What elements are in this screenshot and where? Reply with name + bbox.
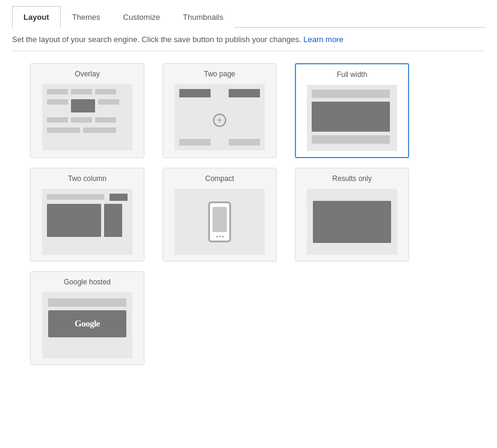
- layout-label-two-page: Two page: [204, 70, 235, 78]
- description-text: Set the layout of your search engine. Cl…: [12, 34, 485, 46]
- layout-card-results-only[interactable]: Results only: [295, 168, 409, 262]
- tab-bar: Layout Themes Customize Thumbnails: [12, 6, 485, 28]
- layout-label-google-hosted: Google hosted: [64, 278, 111, 286]
- tab-themes[interactable]: Themes: [61, 6, 112, 28]
- page-wrapper: Layout Themes Customize Thumbnails Set t…: [0, 0, 497, 377]
- tab-thumbnails[interactable]: Thumbnails: [171, 6, 235, 28]
- phone-icon: [208, 201, 231, 242]
- layout-grid: Overlay: [12, 63, 485, 365]
- resultsonly-preview: [307, 189, 397, 255]
- layout-card-two-column[interactable]: Two column: [30, 168, 144, 262]
- fullwidth-preview: [307, 85, 397, 151]
- layout-card-full-width[interactable]: Full width: [295, 63, 409, 158]
- tab-layout[interactable]: Layout: [12, 6, 61, 28]
- google-logo: Google: [48, 310, 126, 337]
- overlay-preview: [42, 84, 132, 150]
- layout-label-overlay: Overlay: [75, 70, 99, 78]
- learn-more-link[interactable]: Learn more: [303, 35, 343, 44]
- layout-card-compact[interactable]: Compact: [162, 168, 277, 262]
- plus-icon: +: [213, 114, 226, 127]
- twocolumn-preview: [42, 189, 132, 255]
- tab-customize[interactable]: Customize: [112, 6, 171, 28]
- layout-label-two-column: Two column: [68, 174, 106, 183]
- layout-label-full-width: Full width: [337, 70, 368, 79]
- twopage-preview: +: [174, 84, 265, 150]
- layout-card-overlay[interactable]: Overlay: [30, 63, 144, 158]
- layout-label-results-only: Results only: [332, 174, 371, 183]
- layout-card-two-page[interactable]: Two page +: [162, 63, 277, 158]
- section-divider: [12, 51, 485, 51]
- layout-card-google-hosted[interactable]: Google hosted Google: [30, 271, 144, 365]
- compact-preview: [174, 189, 265, 255]
- layout-label-compact: Compact: [205, 174, 234, 183]
- googlehosted-preview: Google: [42, 292, 132, 358]
